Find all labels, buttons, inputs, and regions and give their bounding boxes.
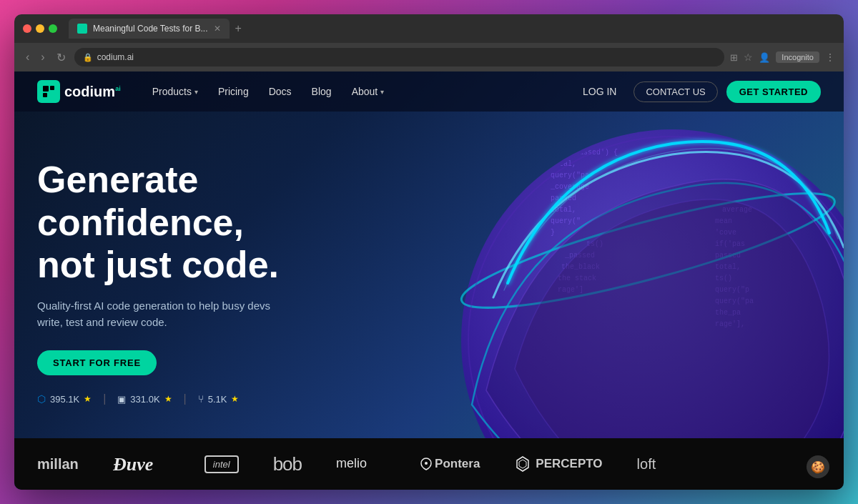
svg-text:}: } bbox=[551, 229, 555, 237]
star-icon-3: ★ bbox=[231, 394, 239, 404]
pontera-icon bbox=[420, 457, 432, 471]
lock-icon: 🔒 bbox=[83, 53, 93, 62]
svg-rect-2 bbox=[43, 93, 47, 97]
nav-blog[interactable]: Blog bbox=[303, 81, 340, 102]
new-tab-button[interactable]: + bbox=[232, 22, 245, 35]
menu-icon[interactable]: ⋮ bbox=[825, 51, 835, 63]
hero-content: Generate confidence, not just code. Qual… bbox=[37, 159, 359, 405]
toolbar-actions: ⊞ ☆ 👤 Incognito ⋮ bbox=[730, 51, 835, 63]
chevron-down-icon-about: ▾ bbox=[380, 88, 384, 96]
maximize-window-button[interactable] bbox=[49, 24, 57, 33]
svg-marker-34 bbox=[517, 457, 528, 471]
url-text: codium.ai bbox=[97, 52, 134, 62]
stats-row: ⬡ 395.1K ★ | ▣ 331.0K ★ | ⑂ 5.1K ★ bbox=[37, 392, 359, 405]
hero-subtitle: Quality-first AI code generation to help… bbox=[37, 298, 280, 330]
bookmark-icon[interactable]: ☆ bbox=[744, 51, 753, 63]
tab-favicon bbox=[77, 24, 87, 34]
extensions-icon[interactable]: ⊞ bbox=[730, 52, 738, 63]
stat-divider-2: | bbox=[184, 392, 187, 405]
company-duve: Ðuve bbox=[113, 453, 170, 475]
traffic-lights bbox=[23, 24, 57, 33]
login-button[interactable]: LOG IN bbox=[574, 81, 625, 102]
get-started-button[interactable]: GET STARTED bbox=[726, 81, 821, 103]
vscode-stat: ⬡ 395.1K ★ bbox=[37, 393, 92, 405]
refresh-button[interactable]: ↻ bbox=[54, 49, 69, 66]
svg-text:melio: melio bbox=[336, 456, 367, 470]
logo-text: codiumai bbox=[64, 84, 121, 100]
browser-window: Meaningful Code Tests for B... ✕ + ‹ › ↻… bbox=[14, 14, 844, 490]
website-content: codiumai Products ▾ Pricing Docs Blog bbox=[14, 71, 844, 490]
svg-rect-0 bbox=[43, 86, 49, 92]
hero-visual: if('passed') { total, query("pa _coverag… bbox=[400, 112, 844, 438]
companies-bar: millan Ðuve intel bob melio Pontera bbox=[14, 438, 844, 490]
chevron-down-icon: ▾ bbox=[194, 88, 198, 96]
contact-us-button[interactable]: CONTACT US bbox=[633, 81, 717, 102]
github-stat: ⑂ 5.1K ★ bbox=[198, 393, 240, 405]
tab-title: Meaningful Code Tests for B... bbox=[93, 24, 208, 34]
company-percepto: PERCEPTO bbox=[514, 455, 602, 473]
github-icon: ⑂ bbox=[198, 393, 204, 405]
melio-logo-svg: melio bbox=[336, 452, 386, 473]
hero-title: Generate confidence, not just code. bbox=[37, 159, 359, 287]
jetbrains-stat: ▣ 331.0K ★ bbox=[117, 394, 172, 405]
star-icon-1: ★ bbox=[84, 394, 92, 404]
forward-button[interactable]: › bbox=[38, 49, 47, 65]
company-bob: bob bbox=[273, 453, 302, 475]
tab-close-button[interactable]: ✕ bbox=[214, 24, 221, 34]
browser-toolbar: ‹ › ↻ 🔒 codium.ai ⊞ ☆ 👤 Incognito ⋮ bbox=[14, 43, 844, 71]
svg-text:query(": query(" bbox=[551, 217, 581, 225]
address-bar[interactable]: 🔒 codium.ai bbox=[74, 48, 725, 66]
company-millan: millan bbox=[37, 456, 79, 473]
cookie-consent-button[interactable]: 🍪 bbox=[807, 455, 829, 478]
main-nav: codiumai Products ▾ Pricing Docs Blog bbox=[14, 71, 844, 112]
company-loft: loft bbox=[637, 456, 656, 473]
duve-logo-svg: Ðuve bbox=[113, 453, 170, 475]
minimize-window-button[interactable] bbox=[36, 24, 44, 33]
hero-section: Generate confidence, not just code. Qual… bbox=[14, 112, 844, 438]
tab-bar: Meaningful Code Tests for B... ✕ + bbox=[69, 19, 835, 39]
company-pontera: Pontera bbox=[420, 457, 480, 471]
jetbrains-icon: ▣ bbox=[117, 394, 126, 405]
svg-point-33 bbox=[425, 462, 428, 465]
start-for-free-button[interactable]: START FOR FREE bbox=[37, 350, 157, 375]
company-intel: intel bbox=[204, 455, 239, 473]
incognito-badge: Incognito bbox=[776, 51, 819, 63]
browser-titlebar: Meaningful Code Tests for B... ✕ + bbox=[14, 14, 844, 43]
svg-rect-1 bbox=[50, 86, 54, 90]
nav-pricing[interactable]: Pricing bbox=[209, 81, 257, 102]
active-tab[interactable]: Meaningful Code Tests for B... ✕ bbox=[69, 19, 230, 39]
vscode-icon: ⬡ bbox=[37, 393, 46, 405]
nav-products[interactable]: Products ▾ bbox=[144, 81, 207, 102]
company-melio: melio bbox=[336, 452, 386, 477]
back-button[interactable]: ‹ bbox=[23, 49, 32, 65]
svg-marker-35 bbox=[519, 460, 526, 468]
nav-docs[interactable]: Docs bbox=[260, 81, 300, 102]
nav-actions: LOG IN CONTACT US GET STARTED bbox=[574, 81, 821, 103]
percepto-icon bbox=[514, 455, 531, 473]
nav-links: Products ▾ Pricing Docs Blog About ▾ bbox=[144, 81, 574, 102]
nav-about[interactable]: About ▾ bbox=[343, 81, 393, 102]
profile-icon[interactable]: 👤 bbox=[759, 52, 770, 63]
stat-divider-1: | bbox=[103, 392, 106, 405]
logo[interactable]: codiumai bbox=[37, 80, 121, 103]
star-icon-2: ★ bbox=[164, 394, 172, 404]
svg-text:Ðuve: Ðuve bbox=[113, 454, 153, 475]
logo-icon bbox=[37, 80, 60, 103]
close-window-button[interactable] bbox=[23, 24, 31, 33]
